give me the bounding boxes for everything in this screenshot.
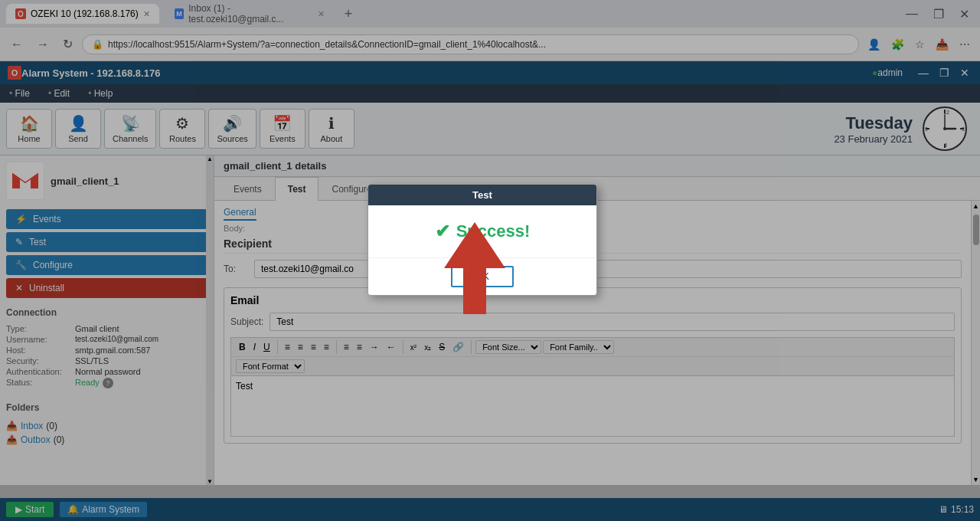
- svg-marker-13: [444, 222, 505, 314]
- red-arrow-container: [444, 222, 505, 316]
- red-arrow: [444, 222, 505, 314]
- dialog-title: Test: [472, 189, 492, 201]
- dialog-titlebar: Test: [368, 185, 596, 205]
- dialog-overlay: Test ✔ Success! OK: [0, 0, 980, 521]
